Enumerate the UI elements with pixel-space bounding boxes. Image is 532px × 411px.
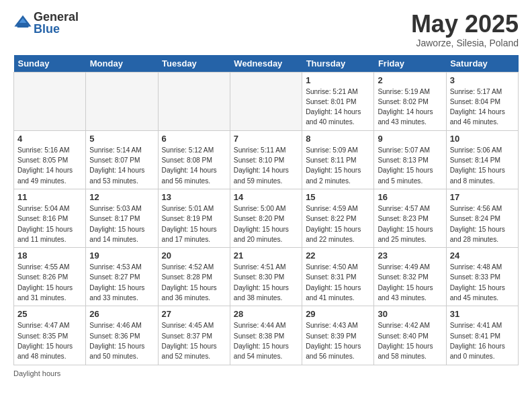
title-block: May 2025 Jaworze, Silesia, Poland [411,11,519,48]
day-info: Sunrise: 5:14 AM Sunset: 8:07 PM Dayligh… [89,145,154,186]
cell-4-3: 28Sunrise: 4:44 AM Sunset: 8:38 PM Dayli… [230,306,302,365]
cell-2-1: 12Sunrise: 5:03 AM Sunset: 8:17 PM Dayli… [86,189,158,247]
col-sunday: Sunday [14,55,86,73]
cell-4-6: 31Sunrise: 4:41 AM Sunset: 8:41 PM Dayli… [446,306,518,365]
day-info: Sunrise: 4:41 AM Sunset: 8:41 PM Dayligh… [450,320,515,361]
day-number: 30 [378,309,442,319]
cell-0-5: 2Sunrise: 5:19 AM Sunset: 8:02 PM Daylig… [374,72,446,130]
col-thursday: Thursday [302,55,374,73]
day-number: 21 [234,250,298,261]
day-info: Sunrise: 5:04 AM Sunset: 8:16 PM Dayligh… [17,203,82,244]
col-wednesday: Wednesday [230,55,302,73]
day-number: 29 [306,309,370,319]
day-info: Sunrise: 4:44 AM Sunset: 8:38 PM Dayligh… [234,320,298,361]
day-info: Sunrise: 4:48 AM Sunset: 8:33 PM Dayligh… [450,262,515,303]
page: General Blue May 2025 Jaworze, Silesia, … [0,0,532,384]
cell-0-0 [14,72,86,130]
col-friday: Friday [374,55,446,73]
cell-3-0: 18Sunrise: 4:55 AM Sunset: 8:26 PM Dayli… [14,248,86,306]
col-tuesday: Tuesday [158,55,230,73]
day-number: 19 [89,250,154,261]
day-number: 18 [17,250,82,261]
cell-3-3: 21Sunrise: 4:51 AM Sunset: 8:30 PM Dayli… [230,248,302,306]
cell-0-4: 1Sunrise: 5:21 AM Sunset: 8:01 PM Daylig… [302,72,374,130]
day-info: Sunrise: 5:03 AM Sunset: 8:17 PM Dayligh… [89,203,154,244]
day-info: Sunrise: 4:46 AM Sunset: 8:36 PM Dayligh… [89,320,154,361]
day-info: Sunrise: 4:51 AM Sunset: 8:30 PM Dayligh… [234,262,298,303]
cell-1-0: 4Sunrise: 5:16 AM Sunset: 8:05 PM Daylig… [14,130,86,189]
day-number: 3 [450,75,515,85]
week-row-2: 4Sunrise: 5:16 AM Sunset: 8:05 PM Daylig… [14,130,519,189]
day-number: 9 [378,134,442,144]
cell-4-5: 30Sunrise: 4:42 AM Sunset: 8:40 PM Dayli… [374,306,446,365]
logo-icon [13,13,32,32]
header-row: Sunday Monday Tuesday Wednesday Thursday… [14,55,519,73]
cell-2-4: 15Sunrise: 4:59 AM Sunset: 8:22 PM Dayli… [302,189,374,247]
day-info: Sunrise: 4:56 AM Sunset: 8:24 PM Dayligh… [450,203,515,244]
day-number: 2 [378,75,442,85]
day-info: Sunrise: 4:43 AM Sunset: 8:39 PM Dayligh… [306,320,370,361]
cell-1-1: 5Sunrise: 5:14 AM Sunset: 8:07 PM Daylig… [86,130,158,189]
col-monday: Monday [86,55,158,73]
day-number: 23 [378,250,442,261]
cell-2-3: 14Sunrise: 5:00 AM Sunset: 8:20 PM Dayli… [230,189,302,247]
day-number: 10 [450,134,515,144]
day-number: 24 [450,250,515,261]
day-info: Sunrise: 5:01 AM Sunset: 8:19 PM Dayligh… [162,203,226,244]
day-info: Sunrise: 5:00 AM Sunset: 8:20 PM Dayligh… [234,203,298,244]
cell-1-2: 6Sunrise: 5:12 AM Sunset: 8:08 PM Daylig… [158,130,230,189]
location: Jaworze, Silesia, Poland [411,38,519,48]
cell-4-1: 26Sunrise: 4:46 AM Sunset: 8:36 PM Dayli… [86,306,158,365]
day-number: 28 [234,309,298,319]
cell-2-5: 16Sunrise: 4:57 AM Sunset: 8:23 PM Dayli… [374,189,446,247]
day-info: Sunrise: 4:52 AM Sunset: 8:28 PM Dayligh… [162,262,226,303]
svg-rect-2 [17,23,29,28]
day-info: Sunrise: 4:57 AM Sunset: 8:23 PM Dayligh… [378,203,442,244]
cell-3-4: 22Sunrise: 4:50 AM Sunset: 8:31 PM Dayli… [302,248,374,306]
month-title: May 2025 [411,11,519,38]
day-info: Sunrise: 4:47 AM Sunset: 8:35 PM Dayligh… [17,320,82,361]
cell-1-4: 8Sunrise: 5:09 AM Sunset: 8:11 PM Daylig… [302,130,374,189]
week-row-1: 1Sunrise: 5:21 AM Sunset: 8:01 PM Daylig… [14,72,519,130]
col-saturday: Saturday [446,55,518,73]
cell-3-1: 19Sunrise: 4:53 AM Sunset: 8:27 PM Dayli… [86,248,158,306]
day-info: Sunrise: 5:16 AM Sunset: 8:05 PM Dayligh… [17,145,82,186]
day-number: 7 [234,134,298,144]
day-number: 31 [450,309,515,319]
cell-3-6: 24Sunrise: 4:48 AM Sunset: 8:33 PM Dayli… [446,248,518,306]
week-row-3: 11Sunrise: 5:04 AM Sunset: 8:16 PM Dayli… [14,189,519,247]
cell-1-3: 7Sunrise: 5:11 AM Sunset: 8:10 PM Daylig… [230,130,302,189]
day-info: Sunrise: 5:19 AM Sunset: 8:02 PM Dayligh… [378,87,442,128]
day-info: Sunrise: 4:49 AM Sunset: 8:32 PM Dayligh… [378,262,442,303]
calendar-table: Sunday Monday Tuesday Wednesday Thursday… [13,55,519,365]
footer-note: Daylight hours [13,369,519,377]
cell-0-3 [230,72,302,130]
logo-text: General Blue [34,11,79,35]
day-number: 20 [162,250,226,261]
day-info: Sunrise: 5:07 AM Sunset: 8:13 PM Dayligh… [378,145,442,186]
day-info: Sunrise: 4:55 AM Sunset: 8:26 PM Dayligh… [17,262,82,303]
cell-1-5: 9Sunrise: 5:07 AM Sunset: 8:13 PM Daylig… [374,130,446,189]
cell-3-2: 20Sunrise: 4:52 AM Sunset: 8:28 PM Dayli… [158,248,230,306]
logo: General Blue [13,11,79,35]
day-number: 27 [162,309,226,319]
day-number: 11 [17,192,82,202]
cell-1-6: 10Sunrise: 5:06 AM Sunset: 8:14 PM Dayli… [446,130,518,189]
day-number: 13 [162,192,226,202]
week-row-4: 18Sunrise: 4:55 AM Sunset: 8:26 PM Dayli… [14,248,519,306]
cell-0-1 [86,72,158,130]
cell-0-2 [158,72,230,130]
day-number: 22 [306,250,370,261]
day-number: 6 [162,134,226,144]
day-number: 8 [306,134,370,144]
day-info: Sunrise: 4:50 AM Sunset: 8:31 PM Dayligh… [306,262,370,303]
cell-2-6: 17Sunrise: 4:56 AM Sunset: 8:24 PM Dayli… [446,189,518,247]
day-info: Sunrise: 4:42 AM Sunset: 8:40 PM Dayligh… [378,320,442,361]
logo-general: General [34,11,79,23]
day-number: 4 [17,134,82,144]
day-info: Sunrise: 4:45 AM Sunset: 8:37 PM Dayligh… [162,320,226,361]
day-info: Sunrise: 5:11 AM Sunset: 8:10 PM Dayligh… [234,145,298,186]
day-info: Sunrise: 5:06 AM Sunset: 8:14 PM Dayligh… [450,145,515,186]
day-number: 14 [234,192,298,202]
day-info: Sunrise: 5:09 AM Sunset: 8:11 PM Dayligh… [306,145,370,186]
